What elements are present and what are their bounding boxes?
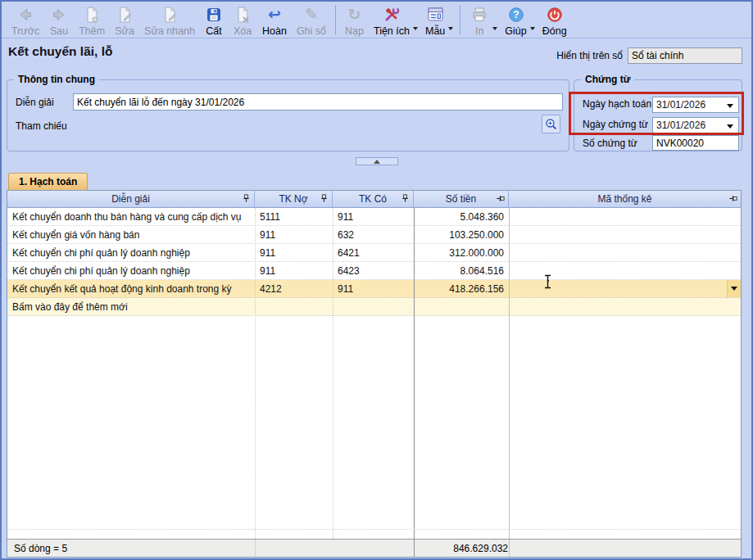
next-button[interactable]: Sau <box>44 3 74 38</box>
tools-icon <box>382 4 401 25</box>
general-info-group-title: Thông tin chung <box>14 74 99 85</box>
svg-text:?: ? <box>513 9 519 20</box>
main-toolbar: Trước Sau Thêm Sửa Sửa nhanh <box>2 2 751 38</box>
template-button[interactable]: Mẫu <box>420 3 450 38</box>
forward-arrow-icon <box>49 4 69 25</box>
print-dropdown-caret-icon[interactable] <box>492 27 497 30</box>
page-title: Kết chuyển lãi, lỗ <box>8 44 112 59</box>
add-new-row[interactable]: Bấm vào đây để thêm mới <box>7 298 741 316</box>
help-dropdown-caret-icon[interactable] <box>530 27 535 30</box>
statistics-code-dropdown-button[interactable] <box>727 280 741 297</box>
pin-vertical-icon[interactable] <box>401 194 410 205</box>
power-icon <box>546 4 564 25</box>
page-delete-icon <box>233 4 252 25</box>
pencil-icon: ✎ <box>305 4 318 25</box>
document-number-label: Số chứng từ <box>583 138 637 149</box>
column-header-ma-thong-ke[interactable]: Mã thống kê <box>509 191 741 208</box>
page-edit-icon <box>160 4 179 25</box>
magnifier-plus-icon <box>545 118 558 131</box>
display-book-value: Sổ tài chính <box>628 47 742 64</box>
reference-zoom-button[interactable] <box>542 115 560 133</box>
description-label: Diễn giải <box>16 97 54 108</box>
page-new-icon <box>82 4 102 25</box>
column-header-so-tien[interactable]: Số tiền <box>414 191 509 208</box>
toolbar-separator <box>335 5 336 34</box>
document-group-title: Chứng từ <box>581 74 634 85</box>
quick-edit-button[interactable]: Sửa nhanh <box>139 3 200 38</box>
display-book-field: Hiển thị trên sổ Sổ tài chính <box>556 47 742 64</box>
reference-label: Tham chiếu <box>16 120 67 132</box>
splitter-collapse-button[interactable] <box>356 157 398 165</box>
table-row[interactable]: Kết chuyển doanh thu bán hàng và cung cấ… <box>7 208 741 226</box>
template-dropdown-caret-icon[interactable] <box>448 27 453 30</box>
delete-button[interactable]: Xóa <box>228 3 257 38</box>
pin-vertical-icon[interactable] <box>242 194 251 205</box>
document-number-input[interactable] <box>652 135 739 151</box>
description-input[interactable] <box>73 93 563 111</box>
table-row[interactable]: Kết chuyển chi phí quản lý doanh nghiệp … <box>7 244 741 262</box>
document-date-combo[interactable]: 31/01/2026 <box>652 117 739 133</box>
display-book-label: Hiển thị trên sổ <box>556 50 623 61</box>
pin-horizontal-icon[interactable] <box>728 194 737 205</box>
document-date-label: Ngày chứng từ <box>583 119 648 130</box>
posting-date-label: Ngày hạch toán <box>583 98 651 110</box>
general-info-groupbox: Thông tin chung Diễn giải Tham chiếu <box>7 79 569 151</box>
column-header-tk-co[interactable]: TK Có <box>333 191 414 208</box>
document-groupbox: Chứng từ Ngày hạch toán 31/01/2026 Ngày … <box>574 79 742 151</box>
edit-button[interactable]: Sửa <box>110 3 139 38</box>
collapse-up-icon <box>374 160 380 164</box>
close-button[interactable]: Đóng <box>538 3 572 38</box>
form-template-icon <box>425 4 445 25</box>
row-count-label: Số dòng = 5 <box>14 543 67 554</box>
accounting-grid: Diễn giải TK Nợ TK Có Số tiền Mã thống k… <box>7 190 742 558</box>
help-icon: ? <box>507 4 525 25</box>
save-disk-icon <box>205 4 223 25</box>
total-amount: 846.629.032 <box>415 543 508 554</box>
undo-button[interactable]: ↩ Hoàn <box>257 3 292 38</box>
app-window: Trước Sau Thêm Sửa Sửa nhanh <box>0 0 753 560</box>
print-button[interactable]: In <box>465 3 494 38</box>
back-arrow-icon <box>16 4 35 25</box>
tab-hach-toan[interactable]: 1. Hạch toán <box>8 173 88 190</box>
table-row[interactable]: Kết chuyển chi phí quản lý doanh nghiệp … <box>7 262 741 280</box>
save-button[interactable]: Cất <box>200 3 228 38</box>
utilities-button[interactable]: Tiện ích <box>369 3 415 38</box>
printer-icon <box>469 4 489 25</box>
prev-button[interactable]: Trước <box>7 3 44 38</box>
column-header-dien-giai[interactable]: Diễn giải <box>7 191 255 208</box>
reload-button[interactable]: ↻ Nạp <box>340 3 369 38</box>
page-edit-icon <box>115 4 134 25</box>
post-ledger-button[interactable]: ✎ Ghi sổ <box>292 3 331 38</box>
refresh-icon: ↻ <box>348 4 361 25</box>
help-button[interactable]: ? Giúp <box>500 3 531 38</box>
add-button[interactable]: Thêm <box>74 3 110 38</box>
grid-footer: Số dòng = 5 846.629.032 <box>7 539 741 557</box>
row-separator <box>7 529 741 530</box>
table-row[interactable]: Kết chuyển giá vốn hàng bán 911 632 103.… <box>7 226 741 244</box>
pin-horizontal-icon[interactable] <box>496 194 505 205</box>
undo-arrow-icon: ↩ <box>268 4 281 25</box>
utilities-dropdown-caret-icon[interactable] <box>413 27 418 30</box>
grid-header-row: Diễn giải TK Nợ TK Có Số tiền Mã thống k… <box>7 191 741 208</box>
pin-vertical-icon[interactable] <box>320 194 329 205</box>
table-row-selected[interactable]: Kết chuyển kết quả hoạt động kinh doanh … <box>7 280 741 298</box>
column-header-tk-no[interactable]: TK Nợ <box>255 191 333 208</box>
toolbar-separator <box>460 5 460 34</box>
posting-date-combo[interactable]: 31/01/2026 <box>652 97 739 113</box>
chevron-down-icon[interactable] <box>727 124 733 129</box>
chevron-down-icon[interactable] <box>727 104 733 108</box>
